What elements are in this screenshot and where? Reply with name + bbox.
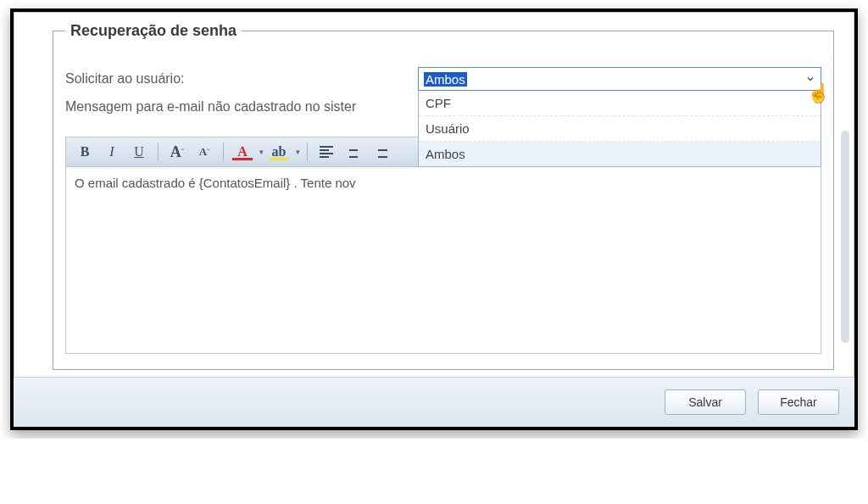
align-right-button[interactable] bbox=[369, 141, 392, 163]
underline-button[interactable]: U bbox=[127, 141, 151, 163]
font-decrease-button[interactable]: Aˇ bbox=[192, 141, 216, 163]
option-usuario[interactable]: Usuário bbox=[419, 116, 821, 142]
content-area: Recuperação de senha Solicitar ao usuári… bbox=[14, 12, 854, 377]
cursor-hand-icon: ☝ bbox=[807, 82, 830, 104]
select-value: Ambos bbox=[424, 72, 467, 87]
select-solicitar-wrap: Ambos ☝ CPF Usuário Ambos bbox=[418, 67, 821, 91]
toolbar-separator bbox=[223, 143, 224, 161]
save-button[interactable]: Salvar bbox=[665, 389, 746, 415]
close-button[interactable]: Fechar bbox=[758, 389, 839, 415]
toolbar-separator bbox=[307, 143, 308, 161]
message-editor[interactable]: O email cadastrado é {ContatosEmail} . T… bbox=[65, 167, 821, 354]
highlight-button[interactable]: ab bbox=[267, 141, 291, 163]
highlight-dropdown-icon[interactable]: ▾ bbox=[296, 148, 300, 156]
align-center-button[interactable] bbox=[342, 141, 365, 163]
align-left-button[interactable] bbox=[314, 141, 338, 163]
font-color-button[interactable]: A bbox=[231, 141, 254, 163]
select-solicitar[interactable]: Ambos bbox=[418, 67, 821, 91]
font-increase-button[interactable]: Aˆ bbox=[165, 141, 189, 163]
dialog-window: Recuperação de senha Solicitar ao usuári… bbox=[10, 8, 858, 430]
scrollbar-hint bbox=[841, 131, 849, 343]
label-solicitar: Solicitar ao usuário: bbox=[65, 71, 418, 87]
row-solicitar: Solicitar ao usuário: Ambos ☝ CPF Usuári… bbox=[65, 67, 821, 91]
label-mensagem: Mensagem para e-mail não cadastrado no s… bbox=[65, 99, 356, 115]
option-ambos[interactable]: Ambos bbox=[419, 142, 821, 166]
font-color-dropdown-icon[interactable]: ▾ bbox=[259, 148, 264, 156]
option-cpf[interactable]: CPF bbox=[419, 91, 821, 116]
group-title: Recuperação de senha bbox=[65, 22, 242, 40]
select-dropdown: CPF Usuário Ambos bbox=[418, 91, 821, 167]
italic-button[interactable]: I bbox=[100, 141, 124, 163]
bold-button[interactable]: B bbox=[73, 141, 97, 163]
password-recovery-group: Recuperação de senha Solicitar ao usuári… bbox=[53, 22, 834, 370]
toolbar-separator bbox=[158, 143, 159, 161]
dialog-footer: Salvar Fechar bbox=[14, 377, 854, 427]
